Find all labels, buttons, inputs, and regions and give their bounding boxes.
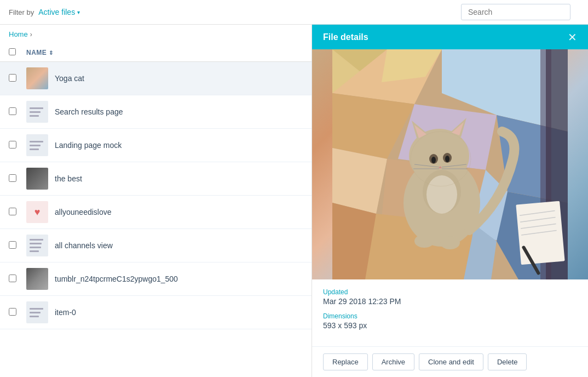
breadcrumb: Home › <box>0 25 312 44</box>
file-thumbnail <box>26 301 48 323</box>
svg-point-41 <box>414 235 434 248</box>
row-select-checkbox[interactable] <box>9 275 16 282</box>
row-select-checkbox[interactable] <box>9 74 16 82</box>
panel-title: File details <box>323 32 368 42</box>
breadcrumb-separator: › <box>30 31 32 38</box>
svg-point-40 <box>426 175 457 214</box>
file-name: Landing page mock <box>55 141 122 150</box>
chevron-down-icon: ▾ <box>77 9 80 15</box>
row-select-checkbox[interactable] <box>9 174 16 182</box>
updated-value: Mar 29 2018 12:23 PM <box>323 297 577 306</box>
main-content: Home › NAME ⇕ <box>0 25 588 377</box>
file-thumbnail <box>26 268 48 290</box>
file-thumbnail <box>26 235 48 256</box>
panel-body: Updated Mar 29 2018 12:23 PM Dimensions … <box>312 49 588 346</box>
updated-label: Updated <box>323 288 577 296</box>
file-thumbnail <box>26 168 48 190</box>
file-table: NAME ⇕ Yoga cat <box>0 44 312 377</box>
dimensions-label: Dimensions <box>323 312 577 320</box>
active-files-dropdown[interactable]: Active files ▾ <box>38 8 80 16</box>
search-container <box>461 4 570 20</box>
thumb-lines-icon <box>27 302 47 322</box>
svg-point-33 <box>445 156 449 162</box>
table-row[interactable]: item-0 <box>0 296 312 329</box>
thumb-lines-icon <box>27 102 47 122</box>
table-row[interactable]: Landing page mock <box>0 129 312 162</box>
row-select-checkbox[interactable] <box>9 141 16 148</box>
row-select-checkbox[interactable] <box>9 308 16 316</box>
search-input[interactable] <box>461 4 570 20</box>
panel-header: File details ✕ <box>312 25 588 49</box>
svg-point-42 <box>440 236 460 249</box>
row-checkbox <box>9 141 26 150</box>
file-thumbnail <box>26 134 48 156</box>
file-preview-image <box>312 49 588 279</box>
row-checkbox <box>9 174 26 184</box>
file-thumbnail: ♥ <box>26 201 48 223</box>
top-bar: Filter by Active files ▾ <box>0 0 588 25</box>
preview-svg <box>312 49 588 279</box>
file-name: allyouneedislove <box>55 208 112 216</box>
file-list-panel: Home › NAME ⇕ <box>0 25 312 377</box>
filter-value: Active files <box>38 8 75 16</box>
panel-footer: Replace Archive Clone and edit Delete <box>312 346 588 377</box>
delete-button[interactable]: Delete <box>488 353 527 370</box>
clone-and-edit-button[interactable]: Clone and edit <box>419 353 483 370</box>
table-row[interactable]: ♥ allyouneedislove <box>0 196 312 229</box>
thumb-lines-icon <box>27 135 47 155</box>
table-row[interactable]: Search results page <box>0 95 312 129</box>
row-checkbox <box>9 308 26 317</box>
table-row[interactable]: the best <box>0 162 312 196</box>
dimensions-value: 593 x 593 px <box>323 321 577 330</box>
table-row[interactable]: tumblr_n24tpcrmeC1s2ypwgo1_500 <box>0 262 312 296</box>
select-all-checkbox[interactable] <box>9 48 16 55</box>
file-thumbnail <box>26 101 48 123</box>
file-name: Yoga cat <box>55 74 84 83</box>
table-row[interactable]: all channels view <box>0 229 312 262</box>
sort-icon: ⇕ <box>49 50 54 56</box>
row-checkbox <box>9 275 26 284</box>
row-select-checkbox[interactable] <box>9 208 16 215</box>
filter-label: Filter by <box>9 8 34 16</box>
breadcrumb-home[interactable]: Home <box>9 30 28 38</box>
row-checkbox <box>9 208 26 217</box>
svg-point-32 <box>431 157 436 163</box>
row-checkbox <box>9 74 26 83</box>
archive-button[interactable]: Archive <box>372 353 414 370</box>
file-name: item-0 <box>55 308 76 317</box>
close-button[interactable]: ✕ <box>568 32 577 43</box>
file-name: all channels view <box>55 241 113 250</box>
file-name: tumblr_n24tpcrmeC1s2ypwgo1_500 <box>55 275 178 283</box>
file-thumbnail <box>26 67 48 89</box>
file-metadata: Updated Mar 29 2018 12:23 PM Dimensions … <box>312 279 588 341</box>
file-details-panel: File details ✕ <box>312 25 588 377</box>
row-checkbox <box>9 107 26 117</box>
row-checkbox <box>9 241 26 250</box>
file-name: the best <box>55 174 82 183</box>
row-select-checkbox[interactable] <box>9 241 16 249</box>
row-select-checkbox[interactable] <box>9 107 16 115</box>
replace-button[interactable]: Replace <box>323 353 368 370</box>
table-row[interactable]: Yoga cat <box>0 62 312 95</box>
header-checkbox-area <box>9 48 26 57</box>
thumb-lines-icon <box>27 236 47 255</box>
name-column-header[interactable]: NAME ⇕ <box>26 49 54 56</box>
file-name: Search results page <box>55 107 123 116</box>
table-header: NAME ⇕ <box>0 44 312 62</box>
